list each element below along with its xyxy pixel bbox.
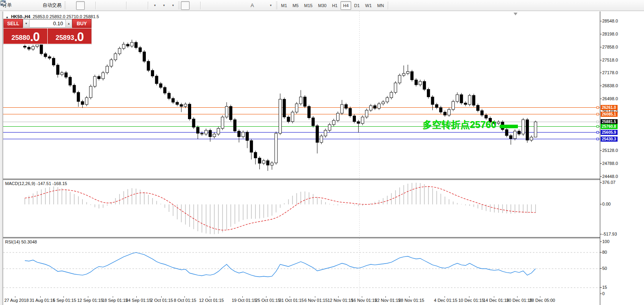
- timeframe-m15[interactable]: M15: [302, 1, 315, 10]
- vertical-line-tool[interactable]: [203, 1, 211, 10]
- buy-price[interactable]: 25893.0: [48, 28, 91, 44]
- time-tick-label: 24 Sep 01:15: [126, 298, 151, 303]
- rsi-tick-label: 100: [602, 239, 609, 244]
- fibonacci-tool[interactable]: F: [239, 1, 248, 10]
- timeframe-h1[interactable]: H1: [329, 1, 340, 10]
- time-tick-label: 28 Dec 05:00: [529, 298, 555, 303]
- shapes-caret-icon[interactable]: ▾: [270, 4, 272, 7]
- price-tag: 25605.9: [601, 130, 618, 135]
- trend-line-tool[interactable]: [221, 1, 229, 10]
- time-tick-mark: [266, 296, 266, 298]
- time-tick-label: 6 Nov 01:15: [304, 298, 328, 303]
- zoom-out-button[interactable]: [107, 1, 115, 10]
- time-tick-label: 20 Dec 01:15: [506, 298, 532, 303]
- time-tick-label: 31 Oct 01:15: [279, 298, 304, 303]
- equidistant-channel-tool[interactable]: E: [230, 1, 238, 10]
- time-tick-mark: [290, 296, 290, 298]
- volume-input[interactable]: [30, 19, 65, 28]
- timeframe-w1[interactable]: W1: [363, 1, 374, 10]
- price-tag: 26085.1: [601, 112, 618, 117]
- horizontal-line-tool[interactable]: [212, 1, 220, 10]
- toolbar-separator: [388, 2, 388, 9]
- price-tick-label: 26838.0: [602, 83, 618, 88]
- cursor-button[interactable]: [181, 1, 190, 10]
- time-tick-mark: [161, 296, 162, 298]
- buy-price-base: 25893: [56, 33, 74, 43]
- periods-button[interactable]: ▾: [159, 1, 168, 10]
- chart-shift-button[interactable]: [138, 1, 146, 10]
- timeframe-m5[interactable]: M5: [290, 1, 301, 10]
- tile-windows-button[interactable]: [116, 1, 125, 10]
- time-tick-label: 12 Oct 01:15: [199, 298, 224, 303]
- timeframe-mn[interactable]: MN: [375, 1, 386, 10]
- auto-scroll-button[interactable]: [128, 1, 137, 10]
- time-tick-mark: [445, 296, 445, 298]
- time-tick-label: 28 Nov 01:15: [398, 298, 424, 303]
- gold-trade-icon[interactable]: [14, 1, 22, 10]
- sell-button[interactable]: SELL: [4, 19, 23, 28]
- time-tick-label: 27 Aug 2018: [4, 298, 29, 303]
- price-chart-pane[interactable]: ▲HK50-,H4 25853.0 25892.0 25710.0 25881.…: [3, 11, 600, 179]
- text-label-tool[interactable]: T: [257, 1, 266, 10]
- new-chart-button[interactable]: ▾: [150, 1, 159, 10]
- indicators-button[interactable]: ▾: [168, 1, 177, 10]
- rsi-tick-label: 80: [602, 250, 607, 254]
- price-tick-label: 26498.0: [602, 96, 618, 101]
- shapes-tool[interactable]: ▾: [266, 1, 275, 10]
- time-tick-mark: [136, 296, 137, 298]
- time-tick-mark: [210, 296, 210, 298]
- buy-button[interactable]: BUY: [72, 19, 91, 28]
- time-tick-mark: [517, 296, 517, 298]
- price-tick-label: 28198.0: [602, 32, 618, 36]
- macd-canvas[interactable]: [3, 180, 600, 237]
- timeframe-m1[interactable]: M1: [279, 1, 289, 10]
- price-tag: 25760.8: [601, 124, 618, 129]
- one-click-trading-panel: SELL ▼ ▲ BUY 25880.0 25893.0: [3, 19, 92, 45]
- sell-price-big: .0: [30, 31, 39, 43]
- search-icon[interactable]: [623, 1, 632, 10]
- time-tick-label: 4 Dec 01:15: [434, 298, 457, 303]
- time-tick-label: 2 Oct 01:15: [151, 298, 173, 303]
- periods-caret-icon[interactable]: ▾: [163, 4, 165, 7]
- time-tick-label: 31 Aug 01:15: [30, 298, 55, 303]
- time-tick-mark: [540, 296, 540, 298]
- volume-increase-button[interactable]: ▲: [65, 19, 72, 28]
- autotrading-label: 自动交易: [43, 2, 61, 9]
- autotrading-button[interactable]: 自动交易: [41, 1, 63, 10]
- time-tick-label: 8 Oct 01:15: [174, 298, 196, 303]
- text-tool[interactable]: A: [248, 1, 257, 10]
- volume-decrease-button[interactable]: ▼: [23, 19, 30, 28]
- sell-price[interactable]: 25880.0: [4, 28, 48, 44]
- price-tick-label: 24448.0: [602, 174, 618, 179]
- chart-shift-marker-icon[interactable]: [514, 13, 517, 15]
- time-axis[interactable]: 27 Aug 201831 Aug 01:156 Sep 01:1512 Sep…: [3, 296, 600, 305]
- mql5-cloud-icon[interactable]: [23, 1, 32, 10]
- signals-icon[interactable]: [32, 1, 41, 10]
- rsi-tick-label: 0: [602, 291, 605, 296]
- zoom-in-button[interactable]: [98, 1, 106, 10]
- rsi-canvas[interactable]: [3, 238, 600, 296]
- price-tick-label: 25128.0: [602, 148, 618, 153]
- time-tick-mark: [469, 296, 469, 298]
- candlestick-canvas[interactable]: [3, 11, 600, 179]
- toolbar-separator: [200, 2, 201, 9]
- rsi-label: RSI(14) 50.3048: [5, 240, 37, 244]
- timeframe-d1[interactable]: D1: [352, 1, 362, 10]
- price-axis[interactable]: 28548.028198.027858.027518.027178.026838…: [600, 11, 644, 305]
- chat-icon[interactable]: [632, 1, 641, 10]
- macd-tick-label: -517.93: [602, 232, 617, 236]
- candlestick-chart-type-button[interactable]: [76, 1, 85, 10]
- line-chart-type-button[interactable]: [85, 1, 94, 10]
- crosshair-button[interactable]: [190, 1, 199, 10]
- timeframe-h4[interactable]: H4: [341, 1, 351, 10]
- timeframe-m30[interactable]: M30: [316, 1, 329, 10]
- time-tick-mark: [63, 296, 64, 298]
- time-tick-mark: [362, 296, 362, 298]
- time-tick-mark: [88, 296, 88, 298]
- time-tick-mark: [15, 296, 15, 298]
- indicators-caret-icon[interactable]: ▾: [172, 4, 174, 7]
- macd-pane[interactable]: MACD(12,26,9) -147.51 -168.15: [3, 180, 600, 238]
- bar-chart-type-button[interactable]: [67, 1, 76, 10]
- new-chart-caret-icon[interactable]: ▾: [154, 4, 156, 7]
- rsi-pane[interactable]: RSI(14) 50.3048: [3, 238, 600, 297]
